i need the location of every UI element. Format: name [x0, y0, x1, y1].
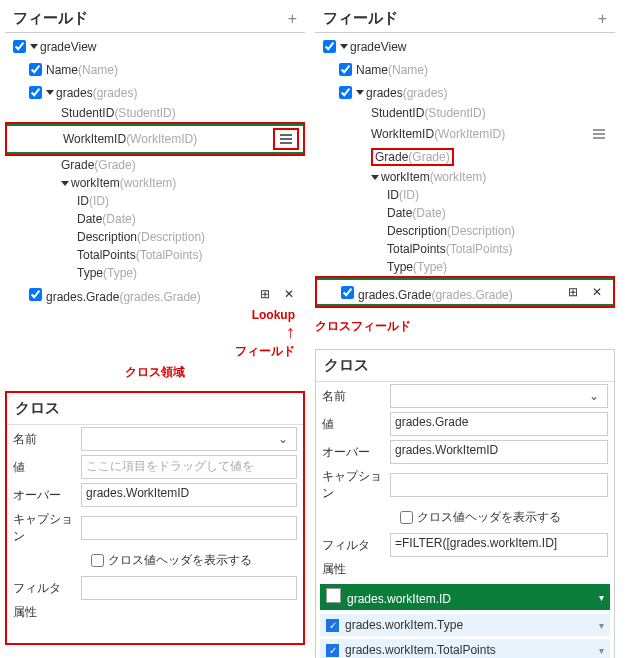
field-workitem-r[interactable]: workItem — [381, 170, 430, 184]
cb-name-r[interactable] — [339, 63, 352, 76]
field-tp[interactable]: TotalPoints — [77, 248, 136, 262]
field-date[interactable]: Date — [77, 212, 102, 226]
cb-gradesgrade-r[interactable] — [341, 286, 354, 299]
name-select-r[interactable]: ⌄ — [390, 384, 608, 408]
cross-header: クロス — [7, 393, 303, 425]
field-type[interactable]: Type — [77, 266, 103, 280]
over-input[interactable]: grades.WorkItemID — [81, 483, 297, 507]
name-select[interactable]: ⌄ — [81, 427, 297, 451]
cb-showheader-r[interactable] — [400, 511, 413, 524]
value-input[interactable]: ここに項目をドラッグして値を — [81, 455, 297, 479]
pivot-icon[interactable]: ⊞ — [253, 284, 277, 304]
caption-input-r[interactable] — [390, 473, 608, 497]
field-id-r[interactable]: ID — [387, 188, 399, 202]
add-field-icon-r[interactable]: + — [598, 10, 607, 28]
field-studentid-r[interactable]: StudentID — [371, 106, 424, 120]
svg-rect-1 — [280, 138, 292, 140]
svg-rect-2 — [280, 142, 292, 144]
cross-header-r: クロス — [316, 350, 614, 382]
caption-input[interactable] — [81, 516, 297, 540]
add-field-icon[interactable]: + — [288, 10, 297, 28]
field-workitem[interactable]: workItem — [71, 176, 120, 190]
close-icon[interactable]: ✕ — [277, 284, 301, 304]
cb-root-r[interactable] — [323, 40, 336, 53]
field-gradesgrade-r[interactable]: grades.Grade — [358, 288, 431, 302]
attr-item[interactable]: ✓grades.workItem.TotalPoints▾ — [320, 639, 610, 658]
field-grade[interactable]: Grade — [61, 158, 94, 172]
fields-header-r: フィールド — [323, 9, 398, 28]
cb-grades[interactable] — [29, 86, 42, 99]
svg-rect-0 — [280, 134, 292, 136]
field-date-r[interactable]: Date — [387, 206, 412, 220]
cb-gradesgrade[interactable] — [29, 288, 42, 301]
field-desc-r[interactable]: Description — [387, 224, 447, 238]
cb-name[interactable] — [29, 63, 42, 76]
svg-rect-4 — [593, 133, 605, 135]
field-workitemid-r[interactable]: WorkItemID — [371, 127, 434, 141]
field-grades[interactable]: grades — [56, 86, 93, 100]
lookup-icon[interactable] — [273, 128, 299, 150]
note-field: フィールド — [5, 343, 295, 360]
close-icon-r[interactable]: ✕ — [585, 282, 609, 302]
filter-input[interactable] — [81, 576, 297, 600]
field-studentid[interactable]: StudentID — [61, 106, 114, 120]
field-id[interactable]: ID — [77, 194, 89, 208]
pivot-icon-r[interactable]: ⊞ — [561, 282, 585, 302]
note-crossfield: クロスフィールド — [315, 310, 615, 343]
field-grades-r[interactable]: grades — [366, 86, 403, 100]
field-gradesgrade[interactable]: grades.Grade — [46, 290, 119, 304]
value-input-r[interactable]: grades.Grade — [390, 412, 608, 436]
field-tp-r[interactable]: TotalPoints — [387, 242, 446, 256]
filter-input-r[interactable]: =FILTER([grades.workItem.ID] — [390, 533, 608, 557]
note-crossarea: クロス領域 — [5, 360, 305, 385]
root-label: gradeView — [40, 40, 96, 54]
note-lookup: Lookup — [5, 308, 295, 322]
svg-rect-3 — [593, 129, 605, 131]
over-input-r[interactable]: grades.WorkItemID — [390, 440, 608, 464]
fields-header: フィールド — [13, 9, 88, 28]
field-name[interactable]: Name — [46, 63, 78, 77]
cb-showheader[interactable] — [91, 554, 104, 567]
field-desc[interactable]: Description — [77, 230, 137, 244]
cb-grades-r[interactable] — [339, 86, 352, 99]
attr-header[interactable]: grades.workItem.ID▾ — [320, 584, 610, 610]
lookup-icon-r[interactable] — [587, 124, 611, 144]
field-type-r[interactable]: Type — [387, 260, 413, 274]
field-grade-r[interactable]: Grade — [375, 150, 408, 164]
field-name-r[interactable]: Name — [356, 63, 388, 77]
cb-root[interactable] — [13, 40, 26, 53]
field-workitemid[interactable]: WorkItemID — [63, 132, 126, 146]
svg-rect-5 — [593, 137, 605, 139]
attr-item[interactable]: ✓grades.workItem.Type▾ — [320, 614, 610, 636]
